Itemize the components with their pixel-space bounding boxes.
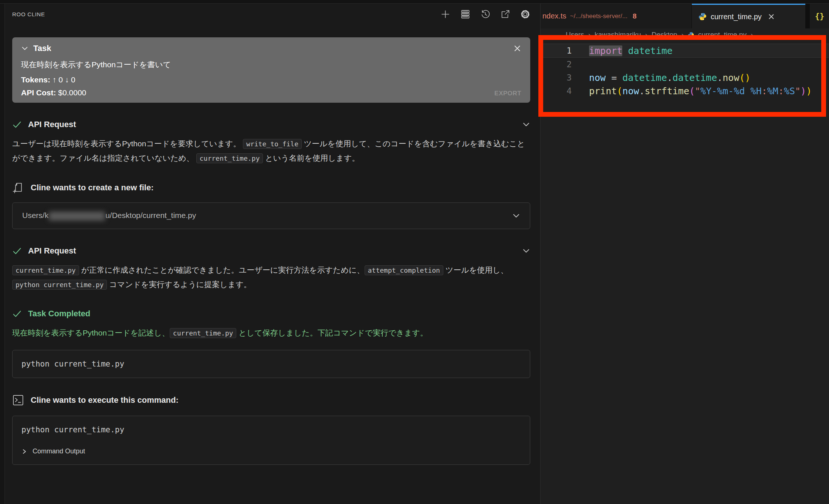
api-request-2-text: current_time.py が正常に作成されたことが確認できました。ユーザー… bbox=[12, 263, 530, 292]
breadcrumb-separator: › bbox=[681, 31, 684, 39]
api-request-2-header: API Request bbox=[12, 246, 530, 256]
new-file-path-dropdown[interactable]: Users/ku/Desktop/current_time.py bbox=[12, 202, 530, 229]
open-in-new-icon bbox=[500, 9, 510, 19]
execute-command-text: python current_time.py bbox=[21, 425, 521, 434]
history-button[interactable] bbox=[480, 9, 490, 19]
open-in-editor-button[interactable] bbox=[500, 9, 510, 19]
panel-left-edge bbox=[0, 4, 5, 504]
api-request-1-header: API Request bbox=[12, 120, 530, 129]
api-request-1-text: ユーザーは現在時刻を表示するPythonコードを要求しています。 write_t… bbox=[12, 137, 530, 166]
close-icon bbox=[513, 44, 521, 52]
check-icon bbox=[12, 246, 22, 256]
tab-json-partial[interactable]: {} bbox=[810, 4, 829, 28]
line-number: 1 bbox=[541, 46, 572, 55]
breadcrumb-item-user-home[interactable]: kawashimariku bbox=[595, 31, 641, 39]
task-card-title: Task bbox=[33, 44, 51, 53]
task-cost-row: API Cost: $0.0000 EXPORT bbox=[21, 88, 521, 97]
api-request-1-collapse-button[interactable] bbox=[522, 120, 530, 129]
code-line-3[interactable]: 3 now = datetime.datetime.now() bbox=[541, 71, 829, 84]
tab-current-time-py[interactable]: current_time.py bbox=[692, 4, 805, 28]
file-path: Users/ku/Desktop/current_time.py bbox=[22, 211, 196, 220]
task-completed-title: Task Completed bbox=[28, 309, 90, 319]
new-file-title: Cline wants to create a new file: bbox=[31, 183, 154, 193]
tab-close-button[interactable] bbox=[768, 13, 775, 20]
code-text: print(now.strftime("%Y-%m-%d %H:%M:%S")) bbox=[589, 86, 812, 96]
line-number: 4 bbox=[541, 86, 572, 96]
api-cost: API Cost: $0.0000 bbox=[21, 88, 86, 97]
panel-header: ROO CLINE bbox=[12, 4, 530, 24]
api-cost-label: API Cost: bbox=[21, 88, 56, 97]
code-text: import datetime bbox=[589, 45, 673, 56]
breadcrumb-item-desktop[interactable]: Desktop bbox=[652, 31, 677, 39]
api-cost-value: $0.0000 bbox=[58, 88, 86, 97]
plus-icon bbox=[440, 9, 450, 19]
breadcrumb-separator: › bbox=[645, 31, 647, 39]
tokens-up-arrow-icon: ↑ bbox=[53, 75, 57, 84]
roo-cline-panel: ROO CLINE bbox=[5, 4, 540, 504]
task-card-header[interactable]: Task bbox=[21, 44, 521, 53]
tab-index-ts[interactable]: ndex.ts ~/.../sheets-server/... 8 bbox=[541, 4, 692, 28]
task-completed-text: 現在時刻を表示するPythonコードを記述し、current_time.py と… bbox=[12, 326, 530, 340]
export-button[interactable]: EXPORT bbox=[494, 90, 521, 97]
code-editor-content[interactable]: 1 import datetime 2 3 now = datetime.dat… bbox=[541, 44, 829, 98]
window-top-edge bbox=[0, 0, 829, 4]
close-icon bbox=[768, 13, 775, 20]
task-completed-header: Task Completed bbox=[12, 309, 530, 319]
settings-button[interactable] bbox=[520, 9, 530, 19]
editor-tab-bar: ndex.ts ~/.../sheets-server/... 8 curren… bbox=[541, 4, 829, 28]
chevron-down-icon bbox=[512, 212, 520, 220]
tokens-down-value: 0 bbox=[71, 75, 75, 84]
api-request-2-title: API Request bbox=[28, 246, 76, 256]
code-line-1[interactable]: 1 import datetime bbox=[541, 44, 829, 58]
breadcrumb-item-users[interactable]: Users bbox=[566, 31, 584, 39]
api-request-2-collapse-button[interactable] bbox=[522, 247, 530, 255]
breadcrumb-item-file[interactable]: current_time.py bbox=[698, 31, 747, 39]
new-task-button[interactable] bbox=[440, 9, 450, 19]
task-prompt-text: 現在時刻を表示するPythonコードを書いて bbox=[21, 59, 521, 70]
chevron-down-icon bbox=[522, 120, 530, 129]
code-line-4[interactable]: 4 print(now.strftime("%Y-%m-%d %H:%M:%S"… bbox=[541, 84, 829, 98]
tokens-up-value: 0 bbox=[58, 75, 63, 84]
breadcrumb: Users › kawashimariku › Desktop › curren… bbox=[541, 28, 829, 41]
breadcrumb-separator: › bbox=[751, 31, 753, 39]
server-stack-icon bbox=[460, 9, 470, 19]
execute-command-title: Cline wants to execute this command: bbox=[31, 395, 179, 405]
code-line-2[interactable]: 2 bbox=[541, 58, 829, 71]
editor-area: ndex.ts ~/.../sheets-server/... 8 curren… bbox=[540, 4, 829, 504]
tokens-down-arrow-icon: ↓ bbox=[65, 75, 69, 84]
chevron-down-icon bbox=[21, 45, 28, 52]
tab-filename: ndex.ts bbox=[542, 12, 566, 20]
history-icon bbox=[480, 9, 490, 19]
tab-divider bbox=[805, 4, 810, 28]
task-close-button[interactable] bbox=[513, 44, 521, 52]
breadcrumb-separator: › bbox=[588, 31, 591, 39]
tokens-label: Tokens: bbox=[21, 75, 50, 84]
chevron-right-icon bbox=[21, 449, 27, 454]
tab-filename: current_time.py bbox=[711, 13, 762, 21]
command-preview-block: python current_time.py bbox=[12, 350, 530, 378]
python-icon bbox=[698, 13, 707, 21]
task-tokens-row: Tokens: ↑ 0 ↓ 0 bbox=[21, 75, 521, 84]
tab-error-badge: 8 bbox=[633, 12, 637, 20]
execute-command-block: python current_time.py Command Output bbox=[12, 416, 530, 465]
new-file-icon bbox=[12, 182, 24, 194]
api-request-1-title: API Request bbox=[28, 120, 76, 129]
tab-path-hint: ~/.../sheets-server/... bbox=[570, 13, 627, 20]
line-number: 2 bbox=[541, 59, 572, 69]
mcp-servers-button[interactable] bbox=[460, 9, 470, 19]
task-card: Task 現在時刻を表示するPythonコードを書いて Tokens: ↑ 0 … bbox=[12, 37, 530, 103]
chevron-down-icon bbox=[522, 247, 530, 255]
command-output-toggle[interactable]: Command Output bbox=[21, 447, 521, 455]
line-number: 3 bbox=[541, 73, 572, 82]
code-text: now = datetime.datetime.now() bbox=[589, 72, 751, 83]
python-icon bbox=[688, 32, 694, 38]
check-icon bbox=[12, 309, 22, 319]
settings-gear-icon bbox=[520, 9, 530, 19]
terminal-icon bbox=[12, 394, 24, 406]
redacted-username bbox=[49, 212, 105, 221]
new-file-header: Cline wants to create a new file: bbox=[12, 182, 530, 194]
vscode-window: ROO CLINE bbox=[0, 0, 829, 504]
panel-title: ROO CLINE bbox=[12, 11, 45, 17]
execute-command-header: Cline wants to execute this command: bbox=[12, 394, 530, 406]
command-output-label: Command Output bbox=[33, 447, 85, 455]
